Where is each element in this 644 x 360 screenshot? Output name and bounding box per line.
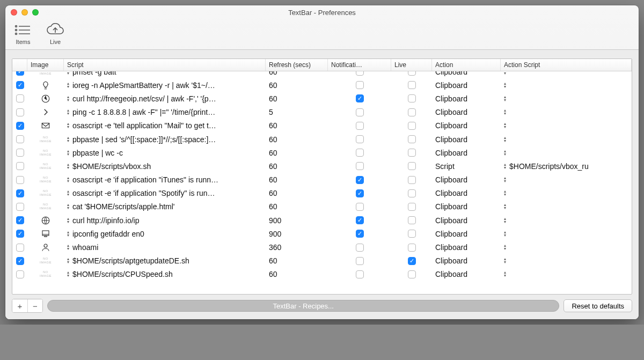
script-stepper[interactable]: ▴▾ <box>67 217 69 224</box>
action-stepper[interactable]: ▴▾ <box>504 95 506 102</box>
col-action[interactable]: Action <box>432 59 501 71</box>
table-row[interactable]: ▴▾ ioreg -n AppleSmartBattery -r | awk '… <box>12 78 632 92</box>
col-script[interactable]: Script <box>64 59 266 71</box>
action-stepper[interactable]: ▴▾ <box>504 71 506 75</box>
col-notifications[interactable]: Notificati… <box>328 59 391 71</box>
row-image-icon[interactable]: NOIMAGE <box>27 163 64 170</box>
enabled-checkbox[interactable] <box>16 162 24 170</box>
notifications-checkbox[interactable] <box>356 71 364 76</box>
row-image-icon[interactable]: NOIMAGE <box>27 203 64 210</box>
script-stepper[interactable]: ▴▾ <box>67 190 69 196</box>
table-row[interactable]: NOIMAGE ▴▾ osascript -e 'if application … <box>12 173 632 187</box>
refresh-value[interactable]: 60 <box>266 256 328 265</box>
script-stepper[interactable]: ▴▾ <box>67 244 69 251</box>
enabled-checkbox[interactable] <box>16 149 24 157</box>
row-image-icon[interactable] <box>27 94 64 104</box>
row-image-icon[interactable] <box>27 216 64 225</box>
row-image-icon[interactable]: NOIMAGE <box>27 176 64 183</box>
enabled-checkbox[interactable] <box>16 94 24 102</box>
live-checkbox[interactable] <box>408 257 416 265</box>
row-image-icon[interactable]: NOIMAGE <box>27 149 64 157</box>
enabled-checkbox[interactable] <box>16 270 24 278</box>
notifications-checkbox[interactable] <box>356 149 364 157</box>
refresh-value[interactable]: 60 <box>266 202 328 211</box>
table-row[interactable]: NOIMAGE ▴▾ pbpaste | sed 's/^[[:space:]]… <box>12 133 632 146</box>
row-image-icon[interactable]: NOIMAGE <box>27 136 64 143</box>
action-stepper[interactable]: ▴▾ <box>504 231 506 237</box>
script-stepper[interactable]: ▴▾ <box>67 203 69 210</box>
enabled-checkbox[interactable] <box>16 71 24 76</box>
live-checkbox[interactable] <box>408 71 416 76</box>
enabled-checkbox[interactable] <box>16 189 24 197</box>
col-live[interactable]: Live <box>391 59 432 71</box>
enabled-checkbox[interactable] <box>16 81 24 89</box>
notifications-checkbox[interactable] <box>356 81 364 89</box>
table-row[interactable]: NOIMAGE ▴▾ $HOME/scripts/aptgetupdateDE.… <box>12 254 632 268</box>
table-row[interactable]: ▴▾ whoami 360 Clipboard ▴▾ <box>12 240 632 254</box>
refresh-value[interactable]: 60 <box>266 135 328 144</box>
notifications-checkbox[interactable] <box>356 244 364 252</box>
enabled-checkbox[interactable] <box>16 176 24 184</box>
refresh-value[interactable]: 60 <box>266 162 328 171</box>
action-stepper[interactable]: ▴▾ <box>504 190 506 196</box>
minimize-icon[interactable] <box>21 9 28 16</box>
refresh-value[interactable]: 60 <box>266 149 328 157</box>
action-stepper[interactable]: ▴▾ <box>504 244 506 251</box>
notifications-checkbox[interactable] <box>356 162 364 170</box>
notifications-checkbox[interactable] <box>356 94 364 102</box>
live-checkbox[interactable] <box>408 162 416 170</box>
enabled-checkbox[interactable] <box>16 203 24 211</box>
row-image-icon[interactable] <box>27 243 64 252</box>
live-checkbox[interactable] <box>408 176 416 184</box>
script-stepper[interactable]: ▴▾ <box>67 109 69 115</box>
refresh-value[interactable]: 60 <box>266 71 328 76</box>
action-stepper[interactable]: ▴▾ <box>504 177 506 183</box>
script-stepper[interactable]: ▴▾ <box>67 177 69 183</box>
table-row[interactable]: ▴▾ ipconfig getifaddr en0 900 Clipboard … <box>12 227 632 240</box>
action-stepper[interactable]: ▴▾ <box>504 109 506 115</box>
reset-defaults-button[interactable]: Reset to defaults <box>564 299 632 312</box>
action-stepper[interactable]: ▴▾ <box>504 258 506 264</box>
live-checkbox[interactable] <box>408 94 416 102</box>
script-stepper[interactable]: ▴▾ <box>67 231 69 237</box>
col-enabled[interactable] <box>12 59 27 71</box>
refresh-value[interactable]: 60 <box>266 94 328 103</box>
action-stepper[interactable]: ▴▾ <box>504 82 506 89</box>
row-image-icon[interactable]: NOIMAGE <box>27 189 64 197</box>
live-checkbox[interactable] <box>408 216 416 224</box>
live-checkbox[interactable] <box>408 149 416 157</box>
script-stepper[interactable]: ▴▾ <box>67 122 69 129</box>
script-stepper[interactable]: ▴▾ <box>67 71 69 75</box>
enabled-checkbox[interactable] <box>16 108 24 116</box>
notifications-checkbox[interactable] <box>356 122 364 130</box>
row-image-icon[interactable] <box>27 121 64 130</box>
action-stepper[interactable]: ▴▾ <box>504 136 506 143</box>
row-image-icon[interactable] <box>27 80 64 90</box>
notifications-checkbox[interactable] <box>356 176 364 184</box>
live-checkbox[interactable] <box>408 230 416 238</box>
action-stepper[interactable]: ▴▾ <box>504 203 506 210</box>
notifications-checkbox[interactable] <box>356 270 364 278</box>
row-image-icon[interactable] <box>27 229 64 239</box>
action-stepper[interactable]: ▴▾ <box>504 271 506 277</box>
script-stepper[interactable]: ▴▾ <box>67 271 69 277</box>
live-checkbox[interactable] <box>408 81 416 89</box>
col-action-script[interactable]: Action Script <box>501 59 632 71</box>
refresh-value[interactable]: 900 <box>266 230 328 238</box>
script-stepper[interactable]: ▴▾ <box>67 95 69 102</box>
notifications-checkbox[interactable] <box>356 257 364 265</box>
refresh-value[interactable]: 5 <box>266 108 328 116</box>
notifications-checkbox[interactable] <box>356 203 364 211</box>
refresh-value[interactable]: 60 <box>266 270 328 278</box>
refresh-value[interactable]: 60 <box>266 121 328 130</box>
live-checkbox[interactable] <box>408 270 416 278</box>
notifications-checkbox[interactable] <box>356 135 364 143</box>
refresh-value[interactable]: 60 <box>266 81 328 90</box>
action-stepper[interactable]: ▴▾ <box>504 163 506 170</box>
action-stepper[interactable]: ▴▾ <box>504 122 506 129</box>
col-image[interactable]: Image <box>27 59 64 71</box>
script-stepper[interactable]: ▴▾ <box>67 82 69 89</box>
live-checkbox[interactable] <box>408 135 416 143</box>
live-checkbox[interactable] <box>408 203 416 211</box>
add-button[interactable]: + <box>12 299 27 312</box>
